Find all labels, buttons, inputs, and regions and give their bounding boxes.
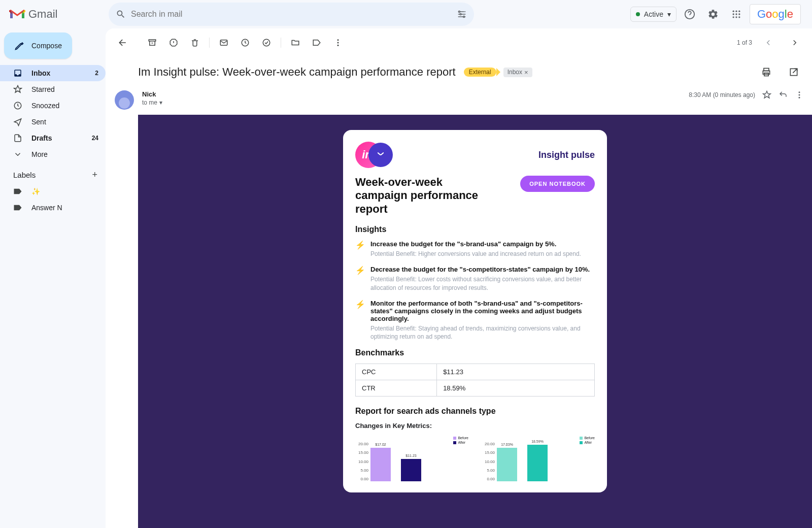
svg-point-11: [735, 16, 737, 18]
gear-icon[interactable]: [703, 4, 723, 24]
report-card: im Insight pulse Week-over-week campaign…: [343, 130, 607, 492]
labels-header: Labels +: [0, 162, 106, 183]
gmail-text: Gmail: [28, 8, 57, 21]
svg-point-19: [337, 42, 339, 44]
metrics-subheading: Changes in Key Metrics:: [355, 422, 595, 430]
svg-point-27: [799, 97, 800, 98]
label-answer-n[interactable]: Answer N: [0, 200, 106, 216]
task-icon[interactable]: [256, 32, 277, 53]
message-counter: 1 of 3: [737, 39, 752, 46]
sidebar-item-starred[interactable]: Starred: [0, 81, 106, 97]
chart-area: 20.0015.0010.005.000.0017.03%18.59%: [482, 436, 595, 481]
sidebar-item-label: Starred: [31, 85, 55, 93]
recipients-text: to me: [142, 99, 157, 106]
svg-point-5: [735, 11, 737, 12]
chart: BeforeAfter20.0015.0010.005.000.0017.03%…: [482, 436, 595, 481]
sidebar-item-label: More: [31, 150, 48, 158]
benchmarks-heading: Benchmarks: [355, 348, 595, 357]
pencil-icon: [14, 41, 24, 51]
svg-point-20: [337, 45, 339, 46]
next-icon[interactable]: [785, 32, 805, 53]
subject-text: Im Insight pulse: Week-over-week campaig…: [138, 65, 456, 79]
recipients[interactable]: to me ▾: [142, 99, 162, 106]
table-row: CPC$11.23: [356, 364, 595, 380]
reply-icon[interactable]: [779, 90, 788, 100]
prev-icon[interactable]: [758, 32, 779, 53]
sidebar-item-more[interactable]: More: [0, 146, 106, 162]
insight-title: Monitor the performance of both "s-brand…: [370, 300, 595, 322]
clock-icon: [13, 101, 22, 110]
bar-label: $17.02: [370, 443, 391, 446]
print-icon[interactable]: [756, 62, 776, 82]
sidebar-item-drafts[interactable]: Drafts 24: [0, 130, 106, 146]
email-content: im Insight pulse Week-over-week campaign…: [138, 115, 812, 528]
sidebar-item-snoozed[interactable]: Snoozed: [0, 97, 106, 114]
bar: 17.03%: [497, 448, 517, 481]
svg-point-4: [732, 11, 734, 12]
search-bar[interactable]: [109, 3, 474, 26]
more-icon[interactable]: [795, 90, 804, 100]
avatar[interactable]: [115, 90, 134, 110]
insights-heading: Insights: [355, 225, 595, 234]
snooze-icon[interactable]: [235, 32, 255, 53]
help-icon[interactable]: [680, 4, 700, 24]
bar-label: 18.59%: [527, 440, 548, 443]
inbox-icon: [13, 69, 22, 78]
sender-name[interactable]: Nick: [142, 90, 162, 98]
compose-button[interactable]: Compose: [4, 32, 72, 59]
move-icon[interactable]: [285, 32, 306, 53]
insight-sub: Potential Benefit: Higher conversions va…: [370, 250, 581, 258]
star-icon[interactable]: [762, 90, 771, 100]
insight-title: Decrease the budget for the "s-competito…: [370, 266, 595, 273]
label-icon[interactable]: [307, 32, 327, 53]
insight-sub: Potential Benefit: Staying ahead of tren…: [370, 324, 595, 342]
popout-icon[interactable]: [784, 62, 804, 82]
draft-icon: [13, 134, 22, 143]
sidebar-item-label: Snoozed: [31, 102, 59, 110]
bolt-icon: ⚡: [355, 300, 364, 342]
active-status[interactable]: Active ▾: [630, 7, 676, 22]
label-sparkle[interactable]: ✨: [0, 183, 106, 200]
google-logo[interactable]: Google: [750, 4, 801, 24]
chart-area: 20.0015.0010.005.000.00$17.02$11.23: [355, 436, 468, 481]
sidebar-item-sent[interactable]: Sent: [0, 114, 106, 130]
filter-icon[interactable]: [457, 9, 467, 19]
charts-row: BeforeAfter20.0015.0010.005.000.00$17.02…: [355, 436, 595, 481]
search-icon: [116, 9, 126, 19]
drafts-count: 24: [92, 135, 98, 142]
send-icon: [13, 117, 22, 126]
open-notebook-button[interactable]: OPEN NOTEBOOK: [520, 176, 595, 192]
inbox-chip[interactable]: Inbox ×: [503, 68, 532, 77]
svg-point-6: [738, 11, 740, 12]
gmail-logo[interactable]: Gmail: [9, 8, 57, 21]
bar: $11.23: [401, 459, 421, 481]
delete-icon[interactable]: [185, 32, 205, 53]
external-chip[interactable]: External: [464, 68, 496, 77]
sidebar-item-inbox[interactable]: Inbox 2: [0, 65, 106, 81]
spam-icon[interactable]: [163, 32, 184, 53]
brand-logo: im: [355, 141, 402, 169]
more-icon[interactable]: [328, 32, 348, 53]
app-header: Gmail Active ▾ Google: [0, 0, 812, 28]
search-input[interactable]: [131, 10, 457, 19]
apps-icon[interactable]: [726, 4, 747, 24]
y-axis: 20.0015.0010.005.000.00: [482, 442, 495, 481]
bar: $17.02: [370, 448, 391, 481]
timestamp: 8:30 AM (0 minutes ago): [689, 91, 755, 98]
back-icon[interactable]: [113, 32, 133, 53]
svg-point-7: [732, 13, 734, 15]
bolt-icon: ⚡: [355, 240, 364, 258]
bench-val: 18.59%: [437, 380, 595, 397]
remove-label-icon[interactable]: ×: [524, 69, 528, 76]
archive-icon[interactable]: [142, 32, 162, 53]
chevron-down-icon: [13, 150, 22, 159]
svg-point-10: [732, 16, 734, 18]
mark-unread-icon[interactable]: [214, 32, 234, 53]
bar-label: $11.23: [401, 454, 421, 457]
add-label-icon[interactable]: +: [92, 170, 97, 180]
labels-text: Labels: [13, 171, 36, 179]
svg-point-25: [799, 91, 800, 93]
insight-sub: Potential Benefit: Lower costs without s…: [370, 275, 595, 292]
main-panel: 1 of 3 Im Insight pulse: Week-over-week …: [106, 28, 812, 528]
bar-label: 17.03%: [497, 443, 517, 446]
